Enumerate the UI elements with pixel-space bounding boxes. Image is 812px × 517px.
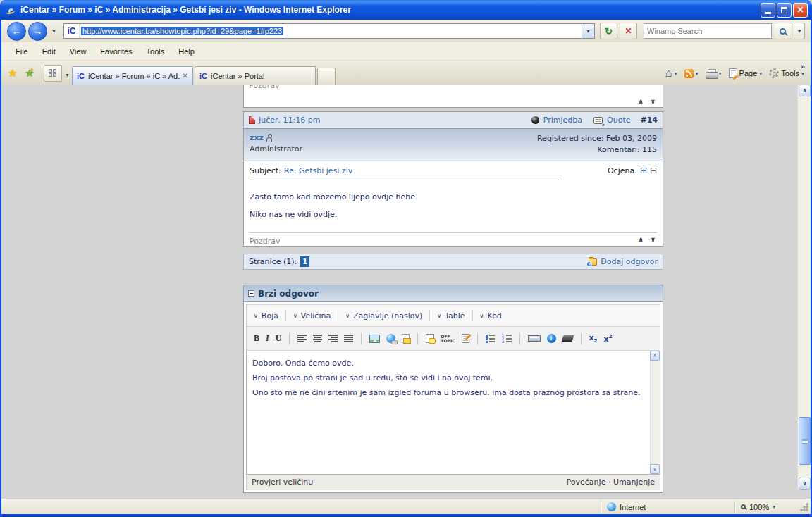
scrollbar-up-button[interactable]: ∧ xyxy=(799,85,811,96)
insert-email-button[interactable] xyxy=(402,334,410,343)
favorites-center-button[interactable]: ★ xyxy=(4,65,21,82)
subject-row: Subject: Re: Getsbi jesi ziv Ocjena: ⊞ ⊟ xyxy=(250,166,657,175)
feeds-button[interactable]: ▾ xyxy=(681,65,702,82)
insert-link-button[interactable] xyxy=(386,334,395,343)
home-button[interactable]: ⌂▾ xyxy=(662,65,681,82)
scrollbar-down-button[interactable]: ∨ xyxy=(799,478,811,490)
subscript-button[interactable]: x2 xyxy=(589,333,598,344)
info-button[interactable]: i xyxy=(547,334,556,343)
clear-formatting-button[interactable] xyxy=(561,335,574,342)
bullet-list-button[interactable] xyxy=(486,335,496,343)
url-text[interactable]: http://www.icentar.ba/showtopic.php?id=2… xyxy=(80,27,582,35)
add-favorite-button[interactable]: ★+ xyxy=(21,65,38,82)
dropdown-label: Boja xyxy=(262,311,278,320)
search-input[interactable] xyxy=(644,27,771,35)
align-right-button[interactable] xyxy=(328,335,338,342)
tab-list-dropdown-button[interactable]: ▾ xyxy=(63,68,72,82)
add-reply-link[interactable]: Dodaj odgovor xyxy=(601,257,658,266)
bold-button[interactable]: B xyxy=(254,333,259,344)
quick-reply-header[interactable]: − Brzi odgovor xyxy=(243,285,663,302)
menu-file[interactable]: File xyxy=(8,45,35,58)
numbered-list-button[interactable] xyxy=(502,335,512,343)
post-author-stats: Registered since: Feb 03, 2009 Komentari… xyxy=(537,133,657,161)
offtopic-button[interactable]: OFFTOPIC xyxy=(441,335,455,343)
align-justify-button[interactable] xyxy=(344,335,353,342)
scroll-up-icon[interactable]: ∧ xyxy=(638,98,643,105)
page-menu-label: Page xyxy=(739,69,758,77)
print-button[interactable]: ▾ xyxy=(702,65,725,82)
tab-close-icon[interactable]: ✕ xyxy=(183,72,188,80)
heading-dropdown[interactable]: ∨Zaglavlje (naslov) xyxy=(338,311,429,320)
textarea-scrollbar[interactable]: ∧ ∨ xyxy=(650,351,660,474)
collapse-icon[interactable]: − xyxy=(248,290,254,297)
pagination-bar: Stranice (1): 1 + Dodaj odgovor xyxy=(243,254,663,270)
menu-help[interactable]: Help xyxy=(171,45,202,58)
rate-down-icon[interactable]: ⊟ xyxy=(650,166,657,175)
search-go-button[interactable] xyxy=(774,23,792,39)
divider xyxy=(361,333,362,344)
back-button[interactable]: ← xyxy=(7,22,26,41)
close-button[interactable]: ✕ xyxy=(793,3,808,18)
author-link[interactable]: zxz xyxy=(250,133,264,142)
current-page-badge[interactable]: 1 xyxy=(300,256,309,267)
scrollbar-thumb[interactable] xyxy=(799,417,811,465)
signature-divider xyxy=(250,232,657,233)
maximize-button[interactable] xyxy=(777,3,792,18)
superscript-button[interactable]: x2 xyxy=(604,334,613,344)
post-header-actions: Primjedba Quote #14 xyxy=(531,116,658,125)
report-link[interactable]: Primjedba xyxy=(543,116,582,125)
new-tab-stub[interactable] xyxy=(317,68,336,85)
edit-button[interactable] xyxy=(462,334,469,343)
resize-grip[interactable] xyxy=(800,502,809,511)
scroll-up-icon[interactable]: ∧ xyxy=(638,236,643,243)
italic-button[interactable]: I xyxy=(266,333,269,344)
underline-button[interactable]: U xyxy=(276,333,282,344)
zoom-pane[interactable]: 100% ▾ xyxy=(735,501,800,513)
page-scrollbar[interactable]: ∧ ∨ xyxy=(797,85,811,490)
scroll-up-button[interactable]: ∧ xyxy=(650,351,660,361)
insert-quote-button[interactable] xyxy=(426,334,434,343)
address-bar[interactable]: iC http://www.icentar.ba/showtopic.php?i… xyxy=(63,23,595,39)
color-dropdown[interactable]: ∨Boja xyxy=(252,311,285,320)
user-profile-icon[interactable] xyxy=(266,134,272,141)
scroll-down-icon[interactable]: ∨ xyxy=(651,98,656,105)
pages-label: Stranice (1): xyxy=(249,257,297,266)
subject-link[interactable]: Re: Getsbi jesi ziv xyxy=(284,166,352,175)
stop-button[interactable]: ✕ xyxy=(620,23,637,39)
code-dropdown[interactable]: ∨Kod xyxy=(473,311,509,320)
align-left-button[interactable] xyxy=(297,335,307,342)
forward-button[interactable]: → xyxy=(28,22,47,41)
align-center-button[interactable] xyxy=(313,335,322,342)
horizontal-rule-button[interactable] xyxy=(528,335,541,342)
menu-tools[interactable]: Tools xyxy=(140,45,172,58)
chevron-down-icon: ▾ xyxy=(719,70,722,77)
insert-image-button[interactable] xyxy=(369,335,380,343)
history-dropdown-button[interactable]: ▾ xyxy=(49,24,59,38)
scroll-down-icon[interactable]: ∨ xyxy=(651,236,656,243)
refresh-button[interactable]: ↻ xyxy=(600,23,617,39)
rate-up-icon[interactable]: ⊞ xyxy=(640,166,647,175)
scroll-down-button[interactable]: ∨ xyxy=(650,464,660,474)
resize-links[interactable]: Povećanje · Umanjenje xyxy=(567,478,655,487)
menu-view[interactable]: View xyxy=(63,45,94,58)
tab-forum-topic[interactable]: iC iCentar » Forum » iC » Ad... ✕ xyxy=(72,66,193,85)
toolbar-overflow-chevron[interactable]: » xyxy=(801,62,805,70)
table-dropdown[interactable]: ∨Table xyxy=(430,311,472,320)
search-dropdown-button[interactable]: ▾ xyxy=(794,23,805,39)
menu-edit[interactable]: Edit xyxy=(35,45,63,58)
check-size-link[interactable]: Provjeri veličinu xyxy=(252,478,313,487)
page-menu-button[interactable]: Page▾ xyxy=(725,65,766,82)
subject-label: Subject: xyxy=(250,166,281,175)
size-dropdown[interactable]: ∨Veličina xyxy=(286,311,338,320)
quote-link[interactable]: Quote xyxy=(607,116,630,125)
menu-favorites[interactable]: Favorites xyxy=(93,45,139,58)
address-dropdown-button[interactable]: ▾ xyxy=(582,24,594,38)
minimize-button[interactable] xyxy=(761,3,775,18)
reply-textarea[interactable]: Doboro. Onda ćemo ovde. Broj postova po … xyxy=(246,351,660,475)
post-signature: Pozdrav xyxy=(250,237,657,246)
search-box[interactable] xyxy=(644,23,772,39)
tab-portal[interactable]: iC iCentar » Portal xyxy=(195,66,316,85)
quick-tabs-button[interactable] xyxy=(44,65,62,82)
post-date-link[interactable]: Jučer, 11:16 pm xyxy=(259,116,320,125)
browser-window: e iCentar » Forum » iC » Administracija … xyxy=(0,0,812,517)
